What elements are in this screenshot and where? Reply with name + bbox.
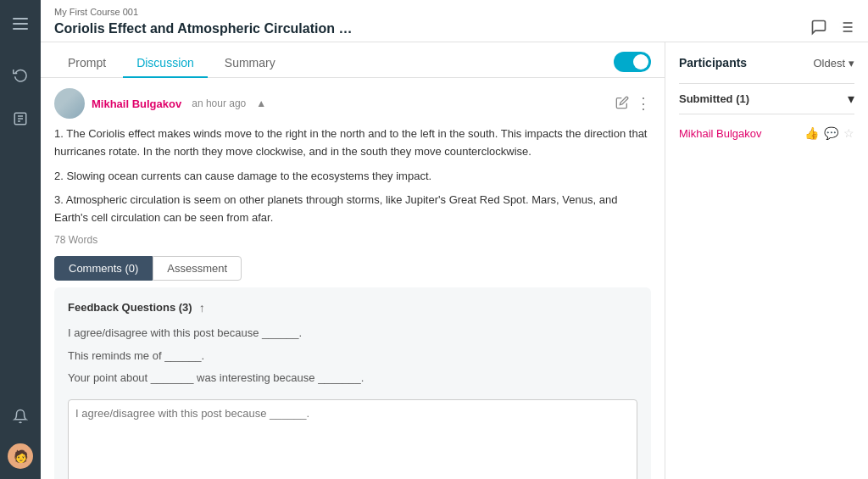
chevron-down-submitted-icon[interactable]: ▾ bbox=[848, 91, 854, 107]
feedback-questions: I agree/disagree with this post because … bbox=[68, 323, 637, 389]
more-options-icon[interactable]: ⋮ bbox=[636, 96, 651, 112]
comment-icon[interactable]: 💬 bbox=[824, 126, 838, 140]
history-icon[interactable] bbox=[7, 61, 34, 88]
participants-header: Participants Oldest ▾ bbox=[679, 56, 854, 70]
tab-summary[interactable]: Summary bbox=[211, 49, 289, 78]
feedback-box: Feedback Questions (3) ↑ I agree/disagre… bbox=[54, 287, 651, 479]
chevron-up-feedback-icon[interactable]: ↑ bbox=[199, 301, 205, 315]
content-area: Prompt Discussion Summary Mikhail Bulgak… bbox=[41, 42, 868, 479]
post-paragraph-1: 1. The Coriolis effect makes winds move … bbox=[54, 125, 651, 161]
breadcrumb: My First Course 001 bbox=[54, 7, 854, 17]
feedback-textarea-wrapper bbox=[68, 399, 637, 479]
post-avatar bbox=[54, 88, 85, 119]
participant-actions: 👍 💬 ☆ bbox=[804, 126, 854, 140]
bell-icon[interactable] bbox=[7, 403, 34, 430]
discussion-panel: Prompt Discussion Summary Mikhail Bulgak… bbox=[41, 42, 665, 479]
submitted-header: Submitted (1) ▾ bbox=[679, 83, 854, 114]
user-avatar[interactable]: 🧑 bbox=[8, 443, 33, 469]
submitted-label: Submitted (1) bbox=[679, 92, 749, 105]
post-paragraph-3: 3. Atmospheric circulation is seem on ot… bbox=[54, 192, 651, 227]
star-icon[interactable]: ☆ bbox=[843, 126, 854, 140]
submitted-section: Submitted (1) ▾ Mikhail Bulgakov 👍 💬 ☆ bbox=[679, 83, 854, 145]
top-header: My First Course 001 Coriolis Effect and … bbox=[41, 0, 868, 42]
participant-row: Mikhail Bulgakov 👍 💬 ☆ bbox=[679, 121, 854, 145]
edit-icon[interactable] bbox=[615, 96, 629, 112]
svg-rect-1 bbox=[13, 23, 28, 25]
sub-tab-assessment[interactable]: Assessment bbox=[153, 256, 242, 281]
tab-prompt[interactable]: Prompt bbox=[54, 49, 120, 78]
feedback-textarea[interactable] bbox=[75, 407, 630, 475]
feedback-question-2: This reminds me of ______. bbox=[68, 346, 637, 367]
left-sidebar: 🧑 bbox=[0, 0, 41, 479]
post-header: Mikhail Bulgakov an hour ago ▲ ⋮ bbox=[54, 88, 651, 119]
post-author[interactable]: Mikhail Bulgakov bbox=[92, 97, 181, 110]
participants-title: Participants bbox=[679, 56, 747, 70]
post-paragraph-2: 2. Slowing ocean currents can cause dama… bbox=[54, 168, 651, 186]
participant-name[interactable]: Mikhail Bulgakov bbox=[679, 127, 762, 140]
feedback-title: Feedback Questions (3) ↑ bbox=[68, 301, 637, 315]
main-area: My First Course 001 Coriolis Effect and … bbox=[41, 0, 868, 479]
list-icon[interactable] bbox=[837, 19, 854, 38]
feedback-question-3: Your point about _______ was interesting… bbox=[68, 368, 637, 389]
discussion-content: Mikhail Bulgakov an hour ago ▲ ⋮ bbox=[41, 78, 665, 479]
chevron-up-icon[interactable]: ▲ bbox=[256, 97, 266, 109]
sub-tabs: Comments (0) Assessment bbox=[54, 256, 651, 281]
post-header-actions: ⋮ bbox=[615, 96, 651, 112]
menu-icon[interactable] bbox=[7, 10, 34, 37]
svg-rect-2 bbox=[13, 28, 28, 30]
document-icon[interactable] bbox=[7, 105, 34, 132]
word-count: 78 Words bbox=[54, 234, 651, 246]
right-sidebar: Participants Oldest ▾ Submitted (1) ▾ Mi… bbox=[665, 42, 868, 479]
feedback-question-1: I agree/disagree with this post because … bbox=[68, 323, 637, 344]
chevron-down-icon: ▾ bbox=[849, 57, 854, 70]
toggle-switch[interactable] bbox=[614, 52, 651, 72]
post-time: an hour ago bbox=[192, 97, 246, 109]
page-title: Coriolis Effect and Atmospheric Circulat… bbox=[54, 21, 352, 36]
thumbs-up-icon[interactable]: 👍 bbox=[804, 126, 819, 140]
chat-bubble-icon[interactable] bbox=[810, 19, 827, 38]
post-body: 1. The Coriolis effect makes winds move … bbox=[54, 125, 651, 227]
sub-tab-comments[interactable]: Comments (0) bbox=[54, 256, 153, 281]
svg-rect-0 bbox=[13, 18, 28, 19]
sort-dropdown[interactable]: Oldest ▾ bbox=[813, 57, 854, 70]
tab-discussion[interactable]: Discussion bbox=[123, 49, 208, 78]
tabs-bar: Prompt Discussion Summary bbox=[41, 42, 665, 78]
